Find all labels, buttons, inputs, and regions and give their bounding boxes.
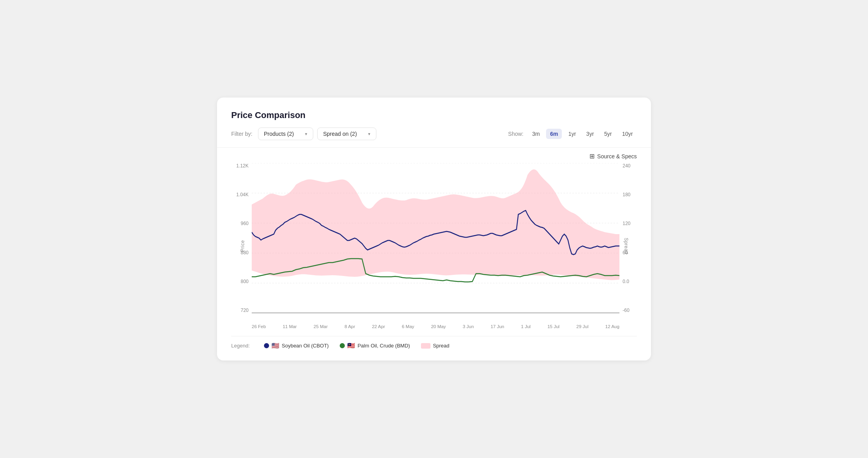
time-btn-6m[interactable]: 6m xyxy=(546,129,562,139)
legend-label: Legend: xyxy=(231,343,250,349)
legend-item-spread: Spread xyxy=(421,343,449,349)
x-label-3: 8 Apr xyxy=(344,324,355,329)
us-flag-icon: 🇺🇸 xyxy=(271,342,279,349)
spread-swatch xyxy=(421,343,430,349)
x-label-4: 22 Apr xyxy=(372,324,385,329)
legend-item-palm: 🇲🇾 Palm Oil, Crude (BMD) xyxy=(340,342,410,349)
products-dropdown[interactable]: Products (2) ▾ xyxy=(258,128,313,140)
divider xyxy=(217,147,651,148)
y-right-label-0: 240 xyxy=(623,163,630,169)
soybean-legend-label: Soybean Oil (CBOT) xyxy=(282,343,329,349)
x-label-8: 17 Jun xyxy=(490,324,504,329)
card-header: Price Comparison xyxy=(231,110,637,120)
x-label-0: 26 Feb xyxy=(252,324,266,329)
legend: Legend: 🇺🇸 Soybean Oil (CBOT) 🇲🇾 Palm Oi… xyxy=(231,336,637,349)
spread-dropdown[interactable]: Spread on (2) ▾ xyxy=(317,128,376,140)
time-btn-3m[interactable]: 3m xyxy=(528,129,544,139)
y-axis-title-right: Spread xyxy=(623,238,629,254)
price-comparison-card: Price Comparison Filter by: Products (2)… xyxy=(217,98,651,360)
time-btn-3yr[interactable]: 3yr xyxy=(582,129,598,139)
x-label-12: 12 Aug xyxy=(605,324,619,329)
source-specs-button[interactable]: ⊞ Source & Specs xyxy=(231,152,637,160)
x-axis: 26 Feb 11 Mar 25 Mar 8 Apr 22 Apr 6 May … xyxy=(252,315,619,329)
chart-svg xyxy=(252,163,619,313)
legend-item-soybean: 🇺🇸 Soybean Oil (CBOT) xyxy=(264,342,329,349)
plot-area xyxy=(252,163,619,313)
chart-area: 1.12K 1.04K 960 880 800 720 240 180 120 … xyxy=(231,163,637,329)
y-axis-title-left: Price xyxy=(240,240,245,252)
show-label: Show: xyxy=(508,131,524,137)
y-right-label-1: 180 xyxy=(623,192,630,197)
time-btn-10yr[interactable]: 10yr xyxy=(618,129,637,139)
source-specs-label: Source & Specs xyxy=(597,153,637,160)
x-label-2: 25 Mar xyxy=(314,324,328,329)
time-btn-1yr[interactable]: 1yr xyxy=(564,129,580,139)
page-title: Price Comparison xyxy=(231,110,305,120)
y-right-label-4: 0.0 xyxy=(623,279,629,284)
y-left-label-4: 800 xyxy=(241,279,249,284)
y-left-label-2: 960 xyxy=(241,221,249,226)
palm-legend-label: Palm Oil, Crude (BMD) xyxy=(357,343,410,349)
table-icon: ⊞ xyxy=(589,152,595,160)
my-flag-icon: 🇲🇾 xyxy=(347,342,355,349)
chevron-down-icon: ▾ xyxy=(368,131,370,137)
x-label-5: 6 May xyxy=(402,324,414,329)
y-right-label-5: -60 xyxy=(623,308,629,313)
filter-label: Filter by: xyxy=(231,131,253,137)
time-btn-5yr[interactable]: 5yr xyxy=(600,129,615,139)
spread-area xyxy=(252,169,619,280)
palm-dot xyxy=(340,343,345,348)
y-left-label-5: 720 xyxy=(241,308,249,313)
chevron-down-icon: ▾ xyxy=(305,131,307,137)
x-label-9: 1 Jul xyxy=(521,324,531,329)
y-left-label-0: 1.12K xyxy=(236,163,249,169)
y-right-label-2: 120 xyxy=(623,221,630,226)
x-label-1: 11 Mar xyxy=(282,324,297,329)
time-range-group: Show: 3m 6m 1yr 3yr 5yr 10yr xyxy=(508,129,637,139)
soybean-dot xyxy=(264,343,269,348)
y-left-label-1: 1.04K xyxy=(236,192,249,197)
y-axis-left: 1.12K 1.04K 960 880 800 720 xyxy=(231,163,252,313)
spread-legend-label: Spread xyxy=(433,343,449,349)
x-label-7: 3 Jun xyxy=(463,324,474,329)
x-label-11: 29 Jul xyxy=(576,324,589,329)
x-label-6: 20 May xyxy=(431,324,446,329)
x-label-10: 15 Jul xyxy=(547,324,559,329)
